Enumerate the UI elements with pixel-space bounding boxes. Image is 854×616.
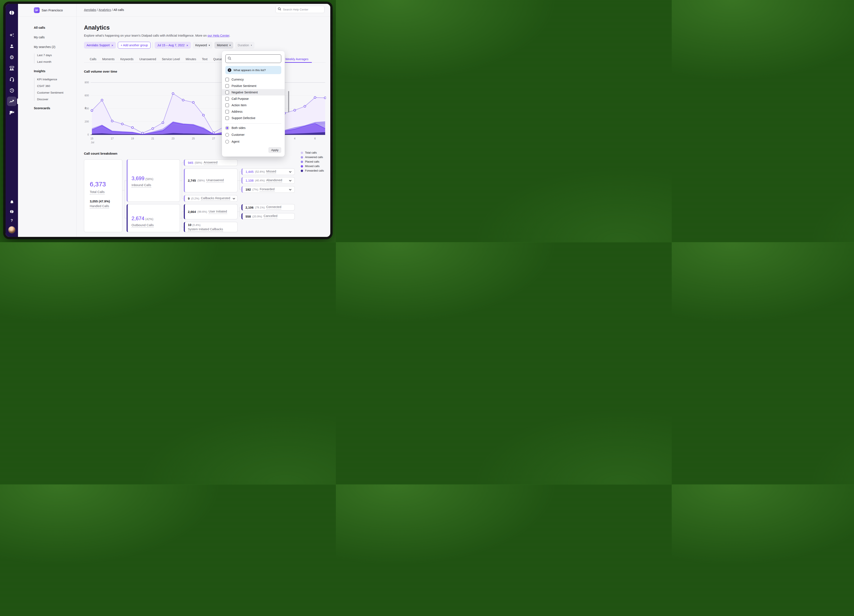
breadcrumb: Aerolabs / Analytics / All calls	[84, 8, 124, 12]
sidebar-item-my-searches[interactable]: My searches (2)	[34, 45, 55, 49]
svg-text:200: 200	[85, 120, 89, 123]
sidebar-item-last-7-days[interactable]: Last 7 days	[37, 53, 52, 57]
help-search-input[interactable]	[283, 8, 322, 11]
user-initiated-pct: (99.6%)	[197, 210, 207, 213]
ai-sparkles-icon[interactable]	[6, 32, 18, 39]
forwarded-node[interactable]: 192(7%)Forwarded	[241, 186, 295, 193]
radio-agent[interactable]: Agent	[222, 138, 285, 145]
checkbox-icon[interactable]	[225, 97, 229, 101]
sidebar-item-customer-sentiment[interactable]: Customer Sentiment	[37, 91, 63, 94]
legend-placed-calls[interactable]: Placed calls	[301, 160, 324, 163]
dropdown-search-input[interactable]	[233, 57, 279, 60]
connector	[182, 212, 184, 212]
chart-scrollbar[interactable]	[288, 91, 289, 113]
radio-icon[interactable]	[225, 140, 229, 143]
info-banner[interactable]: i What appears in this list?	[225, 66, 281, 74]
checkbox-action-item[interactable]: Action Item	[222, 102, 285, 108]
sidebar-item-my-calls[interactable]: My calls	[34, 35, 45, 39]
breadcrumb-aerolabs[interactable]: Aerolabs	[84, 8, 96, 12]
user-avatar[interactable]	[8, 226, 15, 233]
checkbox-currency[interactable]: Currency	[222, 76, 285, 83]
apply-button[interactable]: Apply	[268, 147, 281, 153]
callbacks-requested-node[interactable]: 9(0.2%)Callbacks Requested	[184, 195, 238, 202]
group-filter-chip[interactable]: Aerolabs Support×	[84, 42, 116, 49]
total-calls-node[interactable]: 6,373 Total Calls 3,055 (47.9%) Handled …	[84, 159, 122, 232]
sidebar-item-kpi-intelligence[interactable]: KPI Intelligence	[37, 78, 63, 81]
checkbox-icon[interactable]	[225, 91, 229, 94]
sidebar-item-all-calls[interactable]: All calls	[34, 26, 45, 29]
checkbox-negative-sentiment[interactable]: Negative Sentiment	[222, 89, 285, 96]
date-range-chip[interactable]: Jul 15 – Aug 7, 2022×	[155, 42, 191, 49]
icon-rail: ⚙ ?	[6, 4, 18, 237]
checkbox-icon[interactable]	[225, 84, 229, 88]
inbound-value: 3,699	[131, 175, 144, 181]
legend-total-calls[interactable]: Total calls	[301, 151, 324, 154]
sidebar-section-scorecards[interactable]: Scorecards	[34, 107, 50, 110]
help-center-link[interactable]: our Help Center	[207, 34, 229, 37]
coaching-teams-icon[interactable]	[6, 65, 18, 72]
analytics-trending-icon[interactable]	[6, 98, 18, 105]
checkbox-positive-sentiment[interactable]: Positive Sentiment	[222, 83, 285, 89]
contact-center-headset-icon[interactable]	[6, 76, 18, 83]
radio-both-sides[interactable]: Both sides	[222, 124, 285, 131]
legend-missed-calls[interactable]: Missed calls	[301, 165, 324, 168]
total-calls-label: Total Calls	[90, 190, 105, 195]
radio-customer[interactable]: Customer	[222, 131, 285, 138]
sidebar-section-insights[interactable]: Insights	[34, 69, 46, 73]
system-callbacks-node[interactable]: 10 (0.4%) System Initiated Callbacks	[184, 222, 238, 232]
breadcrumb-analytics[interactable]: Analytics	[99, 8, 111, 12]
chart-legend: Total calls Answered calls Placed calls …	[301, 151, 324, 174]
checkbox-icon[interactable]	[225, 104, 229, 107]
help-center-search[interactable]	[276, 6, 325, 13]
add-group-button[interactable]: + Add another group	[118, 42, 151, 49]
answered-node[interactable]: 945(58%)Answered	[184, 159, 238, 166]
team-selector[interactable]: SF San Francisco	[18, 4, 76, 17]
answered-pct: (58%)	[195, 161, 202, 164]
cancelled-label: Cancelled	[264, 214, 278, 218]
checkbox-icon[interactable]	[225, 78, 229, 81]
cancelled-node[interactable]: 558(20.9%)Cancelled	[241, 213, 295, 220]
info-icon: i	[228, 68, 231, 72]
user-initiated-node[interactable]: 2,664(99.6%)User Initiated	[184, 204, 238, 219]
sidebar-item-discover[interactable]: Discover	[37, 98, 63, 101]
checkbox-call-purpose[interactable]: Call Purpose	[222, 96, 285, 102]
checkbox-support-defective[interactable]: Support Defective	[222, 115, 285, 121]
inbound-calls-node[interactable]: 3,699 (58%) Inbound Calls	[127, 159, 180, 202]
tab-weekly-averages[interactable]: Weekly Averages	[285, 57, 308, 61]
help-icon[interactable]: ?	[6, 217, 18, 224]
radio-icon-selected[interactable]	[225, 126, 229, 130]
settings-gear-icon[interactable]: ⚙	[6, 54, 18, 61]
svg-text:21: 21	[151, 137, 154, 140]
radio-icon[interactable]	[225, 133, 229, 137]
notifications-bell-icon[interactable]	[6, 198, 18, 206]
connected-node[interactable]: 2,106(79.1%)Connected	[241, 204, 295, 210]
callbacks-pct: (0.2%)	[191, 197, 199, 200]
close-icon[interactable]: ×	[186, 44, 188, 47]
moment-filter-button[interactable]: Moment▾	[214, 42, 233, 49]
keyword-filter-button[interactable]: Keyword▾	[193, 42, 212, 49]
missed-node[interactable]: 1,445(52.6%)Missed	[241, 168, 295, 175]
unanswered-node[interactable]: 2,745(58%)Unanswered	[184, 169, 238, 192]
dropdown-search[interactable]	[225, 54, 281, 63]
history-icon[interactable]	[6, 87, 18, 94]
checkbox-icon[interactable]	[225, 116, 229, 120]
breadcrumb-separator: /	[112, 8, 113, 12]
video-settings-icon[interactable]	[6, 109, 18, 116]
close-icon[interactable]: ×	[111, 44, 113, 47]
filter-bar: Aerolabs Support× + Add another group Ju…	[84, 42, 255, 49]
user-initiated-label: User Initiated	[209, 210, 227, 214]
sidebar-item-last-month[interactable]: Last month	[37, 60, 52, 63]
legend-answered-calls[interactable]: Answered calls	[301, 156, 324, 159]
duration-filter-button[interactable]: Duration▾	[235, 42, 255, 49]
contacts-icon[interactable]	[6, 43, 18, 50]
svg-text:Jul: Jul	[91, 141, 94, 144]
chat-icon[interactable]	[6, 208, 18, 215]
outbound-calls-node[interactable]: 2,674 (42%) Outbound Calls	[127, 204, 180, 232]
sidebar: SF San Francisco All calls My calls My s…	[18, 4, 76, 237]
legend-forwarded-calls[interactable]: Forwarded calls	[301, 169, 324, 172]
abandoned-node[interactable]: 1,108(40.4%)Abandoned	[241, 177, 295, 184]
sidebar-item-csat-360[interactable]: CSAT 360	[37, 84, 63, 88]
checkbox-address[interactable]: Address	[222, 108, 285, 115]
checkbox-icon[interactable]	[225, 110, 229, 113]
unanswered-value: 2,745	[188, 178, 196, 182]
